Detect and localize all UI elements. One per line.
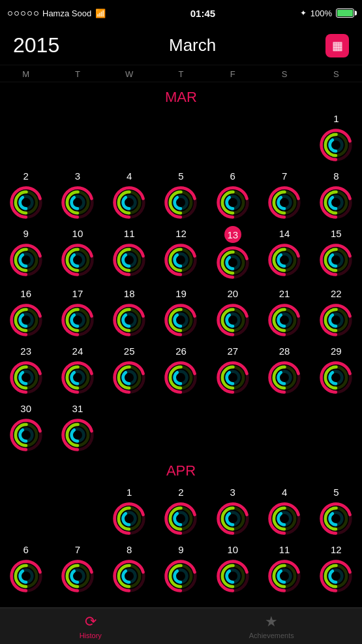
cal-cell[interactable]: 13 [207, 223, 258, 283]
cal-cell[interactable]: 24 [52, 341, 103, 398]
cal-cell[interactable]: 3 [52, 166, 103, 223]
cal-cell[interactable]: 14 [258, 223, 310, 283]
cal-cell[interactable]: 1 [310, 108, 362, 166]
cal-cell[interactable]: 19 [155, 283, 207, 341]
day-number: 3 [230, 485, 235, 499]
cal-cell[interactable]: 25 [104, 341, 155, 398]
activity-ring [216, 502, 250, 536]
activity-ring [9, 185, 43, 219]
cal-cell[interactable]: 12 [155, 223, 207, 283]
cal-cell[interactable]: 10 [207, 539, 258, 597]
cal-cell[interactable]: 7 [258, 166, 310, 223]
weekday-sat: S [258, 69, 310, 79]
cal-cell[interactable]: 29 [310, 341, 362, 398]
march-grid: 1234567891011121314151617181920212223242… [0, 108, 362, 456]
cal-cell[interactable]: 27 [207, 341, 258, 398]
cal-cell[interactable]: 2 [155, 482, 207, 539]
weekday-wed: W [104, 69, 155, 79]
cal-cell[interactable]: 6 [207, 166, 258, 223]
tab-history[interactable]: ⟳ History [0, 613, 181, 639]
cal-cell[interactable]: 16 [0, 283, 52, 341]
cal-cell[interactable]: 12 [310, 539, 362, 597]
activity-ring [61, 185, 95, 219]
cal-cell[interactable]: 20 [207, 283, 258, 341]
activity-ring [61, 303, 95, 337]
march-label: MAR [0, 82, 362, 108]
activity-ring [319, 559, 353, 593]
day-number: 5 [178, 169, 183, 183]
activity-ring [267, 185, 301, 219]
activity-ring [164, 303, 198, 337]
calendar-view-toggle[interactable]: ▦ [325, 34, 349, 57]
cal-cell[interactable]: 28 [258, 341, 310, 398]
day-number: 1 [333, 111, 339, 125]
activity-ring [319, 185, 353, 219]
calendar-scroll[interactable]: MAR 123456789101112131415161718192021222… [0, 82, 362, 602]
cal-cell[interactable]: 10 [52, 223, 103, 283]
day-number: 7 [282, 169, 287, 183]
activity-ring [164, 243, 198, 277]
cal-cell[interactable]: 26 [155, 341, 207, 398]
march-section: MAR 123456789101112131415161718192021222… [0, 82, 362, 456]
cal-cell[interactable]: 5 [155, 166, 207, 223]
cal-cell[interactable]: 22 [310, 283, 362, 341]
cal-cell [207, 108, 258, 166]
day-number: 16 [20, 286, 31, 300]
cal-cell[interactable]: 18 [104, 283, 155, 341]
cal-cell[interactable]: 21 [258, 283, 310, 341]
cal-cell[interactable]: 8 [104, 539, 155, 597]
cal-cell[interactable]: 6 [0, 539, 52, 597]
cal-cell[interactable]: 30 [0, 398, 52, 456]
day-number: 4 [282, 485, 287, 499]
achievements-icon: ★ [265, 613, 278, 630]
wifi-icon: 📶 [95, 8, 106, 18]
activity-ring [267, 303, 301, 337]
cal-cell [52, 108, 103, 166]
cal-cell[interactable]: 11 [258, 539, 310, 597]
day-number: 20 [227, 286, 238, 300]
cal-cell[interactable]: 17 [52, 283, 103, 341]
day-number: 13 [224, 226, 241, 243]
cal-cell[interactable]: 5 [310, 482, 362, 539]
cal-cell[interactable]: 9 [0, 223, 52, 283]
day-number: 7 [75, 542, 80, 556]
weekday-sun: S [310, 69, 362, 79]
cal-cell[interactable]: 7 [52, 539, 103, 597]
weekday-header: M T W T F S S [0, 65, 362, 82]
cal-cell[interactable]: 4 [104, 166, 155, 223]
activity-ring [112, 502, 146, 536]
day-number: 26 [175, 344, 187, 358]
battery-fill [337, 10, 353, 16]
cal-cell[interactable]: 31 [52, 398, 103, 456]
cal-cell[interactable]: 15 [310, 223, 362, 283]
status-time: 01:45 [190, 8, 215, 19]
day-number: 11 [124, 226, 135, 240]
cal-cell[interactable]: 8 [310, 166, 362, 223]
cal-cell[interactable]: 23 [0, 341, 52, 398]
cal-cell[interactable]: 3 [207, 482, 258, 539]
history-label: History [80, 632, 102, 639]
header: 2015 March ▦ [0, 26, 362, 65]
tab-achievements[interactable]: ★ Achievements [181, 613, 363, 639]
signal-dot-5 [34, 11, 38, 16]
activity-ring [267, 243, 301, 277]
activity-ring [61, 418, 95, 452]
weekday-mon: M [0, 69, 52, 79]
day-number: 27 [227, 344, 238, 358]
april-label: APR [0, 456, 362, 482]
day-number: 10 [72, 226, 83, 240]
day-number: 4 [127, 169, 132, 183]
cal-cell[interactable]: 4 [258, 482, 310, 539]
activity-ring [164, 559, 198, 593]
cal-cell[interactable]: 2 [0, 166, 52, 223]
cal-cell[interactable]: 11 [104, 223, 155, 283]
activity-ring [216, 559, 250, 593]
day-number: 12 [331, 542, 342, 556]
cal-cell [0, 108, 52, 166]
cal-cell [155, 108, 207, 166]
cal-cell[interactable]: 9 [155, 539, 207, 597]
cal-cell[interactable]: 1 [104, 482, 155, 539]
day-number: 15 [331, 226, 342, 240]
weekday-tue: T [52, 69, 103, 79]
signal-dots [8, 11, 38, 16]
